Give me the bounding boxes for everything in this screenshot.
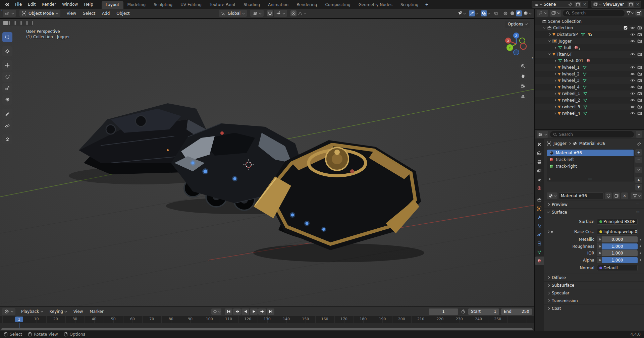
- animate-decorator[interactable]: [640, 239, 641, 240]
- new-collection-button[interactable]: [635, 10, 642, 16]
- outliner-item-label[interactable]: DictatorSP: [556, 32, 578, 37]
- pan-view-button[interactable]: [519, 72, 527, 80]
- orthographic-toggle-button[interactable]: [519, 92, 527, 101]
- properties-tab-collection[interactable]: [535, 195, 544, 204]
- properties-tab-constraints[interactable]: [535, 239, 544, 247]
- timeline-menu-keying[interactable]: Keying: [47, 308, 70, 315]
- outliner-row[interactable]: ▼rwheel_4: [535, 110, 644, 117]
- slot-specials-button[interactable]: [635, 167, 642, 173]
- workspace-tab-animation[interactable]: Animation: [264, 1, 292, 9]
- outliner-item-label[interactable]: lwheel_1: [562, 65, 580, 70]
- panel-specular[interactable]: Specular: [544, 289, 644, 297]
- menu-window[interactable]: Window: [59, 1, 81, 8]
- panel-surface[interactable]: Surface∷∷: [544, 208, 644, 216]
- zoom-view-button[interactable]: [519, 62, 527, 70]
- outliner-row[interactable]: ▼DictatorSP▼14: [535, 31, 644, 38]
- panel-transmission[interactable]: Transmission: [544, 297, 644, 304]
- alpha-slider[interactable]: 1.000: [597, 257, 638, 263]
- outliner-filter-button[interactable]: [626, 11, 634, 15]
- properties-editor-type-button[interactable]: [537, 131, 548, 138]
- outliner-item-label[interactable]: TitanGT: [556, 52, 572, 57]
- outliner-row[interactable]: ▼rwheel_2: [535, 97, 644, 104]
- options-dropdown[interactable]: Options: [505, 21, 530, 28]
- outliner-item-label[interactable]: Scene Collection: [548, 19, 582, 24]
- workspace-tab-rendering[interactable]: Rendering: [292, 1, 321, 9]
- outliner-item-label[interactable]: lwheel_3: [562, 78, 580, 83]
- workspace-tab-shading[interactable]: Shading: [239, 1, 264, 9]
- list-expand-icon[interactable]: ▶: [549, 177, 551, 180]
- unlink-material-button[interactable]: ×: [621, 192, 628, 199]
- timeline-editor-type-button[interactable]: [2, 308, 15, 315]
- breadcrumb-material[interactable]: Material #36: [579, 141, 605, 146]
- outliner-editor-type-button[interactable]: [537, 10, 548, 17]
- editor-type-button[interactable]: [3, 10, 16, 17]
- normal-field[interactable]: Default: [597, 265, 638, 271]
- end-frame-field[interactable]: End250: [501, 308, 532, 315]
- jump-to-end-button[interactable]: [267, 308, 274, 315]
- slot-move-down-button[interactable]: ▼: [635, 184, 642, 190]
- outliner-item-label[interactable]: Collection: [553, 25, 573, 30]
- timeline-menu-view[interactable]: View: [70, 308, 86, 315]
- properties-tab-particles[interactable]: [535, 222, 544, 230]
- show-gizmo-toggle[interactable]: [469, 10, 475, 16]
- surface-shader-selector[interactable]: Principled BSDF: [597, 219, 638, 225]
- menu-help[interactable]: Help: [81, 1, 96, 8]
- properties-tab-material[interactable]: [535, 257, 544, 265]
- workspace-tab-layout[interactable]: Layout: [102, 1, 123, 9]
- workspace-tab-texture-paint[interactable]: Texture Paint: [206, 1, 239, 9]
- properties-tab-world[interactable]: [535, 184, 544, 192]
- panel-preview[interactable]: Preview∷∷: [544, 201, 644, 208]
- material-name-field[interactable]: Material #36: [559, 192, 604, 199]
- outliner-row[interactable]: ▼lwheel_2: [535, 71, 644, 77]
- hide-eye-icon[interactable]: [630, 98, 635, 103]
- scene-selector[interactable]: Scene ×: [532, 1, 588, 8]
- workspace-tab-scripting[interactable]: Scripting: [396, 1, 422, 9]
- new-material-button[interactable]: [613, 192, 620, 199]
- material-slot[interactable]: track-left: [547, 156, 634, 163]
- new-scene-button[interactable]: [575, 2, 581, 7]
- browse-material-button[interactable]: [547, 192, 557, 199]
- camera-view-button[interactable]: [519, 82, 527, 91]
- hide-eye-icon[interactable]: [630, 111, 635, 116]
- outliner-item-label[interactable]: lwheel_4: [562, 85, 580, 90]
- hide-eye-icon[interactable]: [630, 25, 635, 30]
- next-keyframe-button[interactable]: [258, 308, 266, 315]
- tool-transform[interactable]: [2, 95, 12, 105]
- material-slot[interactable]: track-right: [547, 163, 634, 170]
- outliner-row[interactable]: ▼lwheel_4: [535, 84, 644, 91]
- outliner-item-label[interactable]: lwheel_2: [562, 72, 580, 76]
- properties-tab-render[interactable]: [535, 149, 544, 157]
- panel-diffuse[interactable]: Diffuse: [544, 274, 644, 281]
- outliner-item-label[interactable]: hull: [564, 45, 571, 50]
- selectability-visibility-button[interactable]: [457, 10, 463, 16]
- outliner-row[interactable]: ▼Jugger: [535, 38, 644, 45]
- viewport-menu-object[interactable]: Object: [113, 10, 132, 17]
- shading-solid-button[interactable]: [509, 10, 515, 16]
- ior-slider[interactable]: 1.000: [597, 250, 638, 256]
- tool-cursor[interactable]: [2, 46, 12, 56]
- disable-render-icon[interactable]: [637, 25, 642, 30]
- material-slot[interactable]: Material #36: [547, 150, 634, 156]
- shading-wireframe-button[interactable]: [502, 10, 508, 16]
- play-button[interactable]: [250, 308, 258, 315]
- outliner-row[interactable]: Mesh.001: [535, 58, 644, 64]
- play-reverse-button[interactable]: [241, 308, 249, 315]
- tool-annotate[interactable]: [2, 109, 12, 119]
- snap-toggle[interactable]: [267, 10, 273, 16]
- start-frame-field[interactable]: Start1: [468, 308, 499, 315]
- pin-id-icon[interactable]: [637, 141, 641, 146]
- workspace-tab-sculpting[interactable]: Sculpting: [150, 1, 176, 9]
- base-color-texture-field[interactable]: lightmap.webp.002: [597, 229, 638, 235]
- tool-move[interactable]: [2, 60, 12, 70]
- xray-toggle[interactable]: [493, 10, 499, 16]
- disable-render-icon[interactable]: [637, 98, 642, 103]
- disable-render-icon[interactable]: [637, 105, 642, 109]
- properties-tab-output[interactable]: [535, 158, 544, 166]
- navigation-gizmo[interactable]: Z X Y: [504, 32, 528, 56]
- panel-coat[interactable]: Coat: [544, 304, 644, 312]
- timeline-scrollbar[interactable]: [0, 328, 534, 331]
- remove-viewlayer-button[interactable]: ×: [636, 2, 639, 7]
- disable-render-icon[interactable]: [637, 85, 642, 90]
- hide-eye-icon[interactable]: [630, 78, 635, 83]
- blender-logo-icon[interactable]: [3, 2, 11, 7]
